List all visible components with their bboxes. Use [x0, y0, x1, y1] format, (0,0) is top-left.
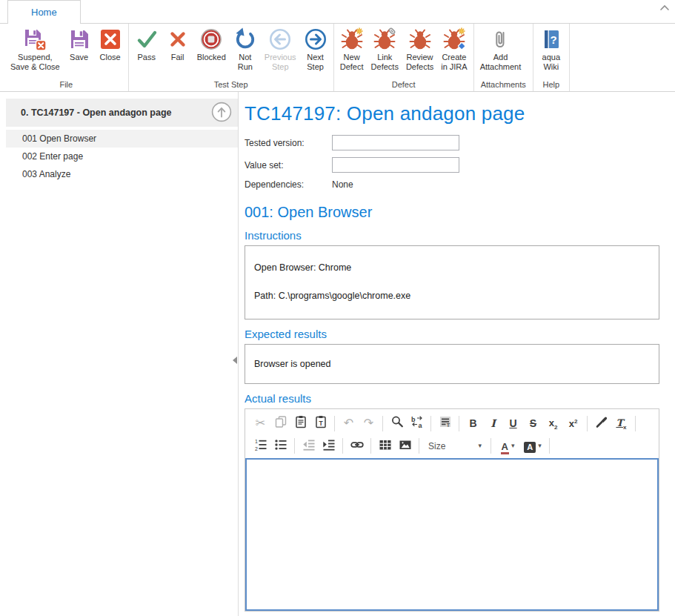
- bulleted-list-button[interactable]: [270, 437, 290, 456]
- tab-home[interactable]: Home: [7, 0, 81, 24]
- toolbar-separator: [334, 416, 335, 431]
- chevron-down-icon: ▾: [538, 443, 542, 449]
- ribbon-button-label: Next Step: [307, 53, 324, 72]
- splitter-collapse-arrow[interactable]: [233, 357, 237, 364]
- toolbar-separator: [549, 438, 550, 454]
- ribbon-group-label: File: [7, 80, 126, 91]
- pass-button[interactable]: Pass: [131, 24, 162, 80]
- toolbar-separator: [459, 416, 459, 431]
- collapse-ribbon-button[interactable]: [658, 3, 671, 13]
- bg-color-button[interactable]: A▾: [520, 437, 545, 456]
- indent-icon: [322, 438, 336, 454]
- ribbon-group-attachments: Add AttachmentAttachments: [474, 24, 533, 91]
- paste-text-button[interactable]: T: [310, 414, 330, 433]
- chevron-down-icon: ▾: [511, 443, 515, 449]
- add-attachment-button[interactable]: Add Attachment: [476, 24, 525, 80]
- close-button[interactable]: Close: [95, 24, 126, 80]
- ribbon-button-label: Save: [70, 53, 88, 62]
- text-color-button[interactable]: A▾: [495, 437, 520, 456]
- next-step-button[interactable]: Next Step: [300, 24, 331, 80]
- link-defects-icon: [373, 27, 396, 51]
- editor-toolbar-row1: ✂T↶↷baTBIUSx2x2Tx: [245, 409, 659, 434]
- strikethrough-icon: S: [530, 417, 536, 430]
- superscript-button[interactable]: x2: [563, 414, 583, 433]
- scroll-to-top-button[interactable]: [211, 102, 232, 123]
- italic-button[interactable]: I: [483, 414, 503, 433]
- not-run-button[interactable]: Not Run: [230, 24, 261, 80]
- previous-step-button: Previous Step: [261, 24, 300, 80]
- suspend-save-close-icon: [23, 27, 47, 51]
- close-icon: [99, 27, 122, 51]
- fail-icon: [166, 27, 190, 51]
- actual-results-textarea[interactable]: [245, 458, 659, 611]
- chevron-down-icon: ▾: [478, 443, 482, 449]
- numbered-list-button[interactable]: 12: [250, 437, 270, 456]
- cut-button: ✂: [250, 414, 270, 433]
- select-all-button[interactable]: T: [435, 414, 455, 433]
- format-painter-button[interactable]: [591, 414, 611, 433]
- dependencies-label: Dependencies:: [245, 179, 332, 190]
- underline-button[interactable]: U: [503, 414, 523, 433]
- review-defects-button[interactable]: Review Defects: [402, 24, 437, 80]
- blocked-button[interactable]: Blocked: [193, 24, 230, 80]
- new-defect-button[interactable]: New Defect: [336, 24, 368, 80]
- remove-format-button[interactable]: Tx: [611, 414, 631, 433]
- ribbon-button-label: Link Defects: [371, 53, 399, 72]
- step-list-header: 0. TC147197 - Open andagon page: [6, 99, 238, 127]
- expected-results-heading: Expected results: [245, 328, 675, 340]
- instruction-line: Path: C.\programs\google\chrome.exe: [254, 291, 650, 301]
- font-size-dropdown[interactable]: Size▾: [423, 437, 487, 455]
- ribbon: Home Suspend, Save & CloseSaveCloseFileP…: [0, 0, 675, 92]
- main-panel: TC147197: Open andagon page Tested versi…: [245, 92, 675, 616]
- indent-button[interactable]: [319, 437, 339, 456]
- review-defects-icon: [408, 27, 432, 51]
- svg-text:1: 1: [255, 439, 258, 444]
- ribbon-button-label: Add Attachment: [480, 53, 522, 72]
- subscript-button[interactable]: x2: [543, 414, 563, 433]
- suspend-save-close-button[interactable]: Suspend, Save & Close: [7, 24, 64, 80]
- strikethrough-button[interactable]: S: [523, 414, 543, 433]
- step-list-item-002-enter-page[interactable]: 002 Enter page: [6, 148, 238, 165]
- table-button[interactable]: [375, 437, 395, 456]
- table-icon: [379, 438, 392, 454]
- ribbon-button-label: Suspend, Save & Close: [10, 53, 60, 72]
- ribbon-button-label: Close: [100, 53, 121, 62]
- new-defect-icon: [340, 27, 364, 51]
- actual-results-editor: ✂T↶↷baTBIUSx2x2Tx 12Size▾A▾A▾: [245, 408, 659, 612]
- create-jira-button[interactable]: Create in JIRA: [437, 24, 470, 80]
- step-list-item-001-open-browser[interactable]: 001 Open Browser: [6, 130, 238, 148]
- link-defects-button[interactable]: Link Defects: [368, 24, 402, 80]
- value-set-label: Value set:: [245, 160, 332, 170]
- superscript-icon: x2: [569, 417, 578, 430]
- image-button[interactable]: [395, 437, 415, 456]
- save-button[interactable]: Save: [64, 24, 95, 80]
- fail-button[interactable]: Fail: [162, 24, 193, 80]
- svg-text:a: a: [418, 422, 422, 428]
- svg-text:T: T: [446, 423, 450, 428]
- ribbon-button-label: Not Run: [238, 53, 253, 72]
- link-button[interactable]: [347, 437, 367, 456]
- ribbon-group-label: Help: [536, 80, 567, 91]
- replace-icon: ba: [410, 415, 424, 431]
- dependencies-value: None: [332, 179, 353, 190]
- paste-button[interactable]: [290, 414, 310, 433]
- toolbar-separator: [419, 438, 419, 454]
- value-set-input[interactable]: [332, 157, 459, 173]
- search-button[interactable]: [387, 414, 407, 433]
- subscript-icon: x2: [549, 416, 558, 431]
- copy-icon: [274, 415, 287, 431]
- svg-text:b: b: [411, 416, 416, 423]
- toolbar-separator: [430, 416, 431, 431]
- bold-button[interactable]: B: [463, 414, 483, 433]
- ribbon-button-label: Review Defects: [406, 53, 433, 72]
- tested-version-input[interactable]: [332, 135, 459, 150]
- aqua-wiki-button[interactable]: ?aqua Wiki: [536, 24, 567, 80]
- image-icon: [399, 438, 412, 454]
- step-list-item-003-analyze[interactable]: 003 Analyze: [6, 165, 238, 183]
- replace-button[interactable]: ba: [407, 414, 427, 433]
- undo-button: ↶: [339, 414, 359, 433]
- ribbon-group-label: Attachments: [476, 80, 531, 91]
- ribbon-group-label: Defect: [336, 80, 471, 91]
- field-row-tested-version: Tested version:: [245, 135, 675, 150]
- sidebar: 0. TC147197 - Open andagon page 001 Open…: [0, 92, 239, 616]
